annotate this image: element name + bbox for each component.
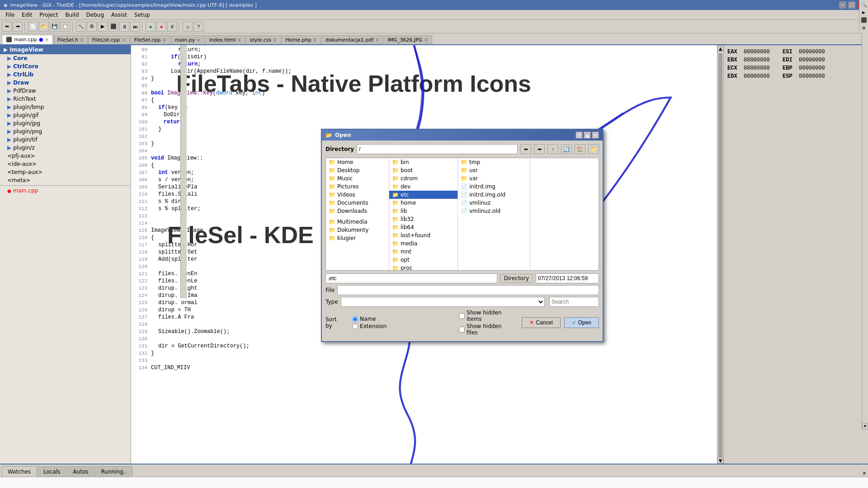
toolbar-btn-1[interactable]: ⬅: [2, 22, 12, 32]
fb-item-pictures[interactable]: 📁 Pictures: [326, 183, 389, 191]
dialog-maximize-btn[interactable]: ▲: [584, 131, 591, 139]
fb-item-tmp[interactable]: 📁 tmp: [458, 158, 530, 166]
maximize-button[interactable]: □: [848, 1, 855, 9]
tab-close[interactable]: ×: [424, 38, 428, 42]
sidebar-item-pdfdraw[interactable]: ▶ PdfDraw: [0, 87, 131, 95]
tab-close[interactable]: ×: [313, 38, 316, 42]
sidebar-item-ctrlcore[interactable]: ▶ CtrlCore: [0, 62, 131, 70]
sidebar-item-pfj-aux[interactable]: <pfj-aux>: [0, 152, 131, 160]
fb-item-music[interactable]: 📁 Music: [326, 174, 389, 183]
type-select[interactable]: [341, 297, 545, 307]
sidebar-item-meta[interactable]: <meta>: [0, 176, 131, 184]
tab-main-py[interactable]: main.py ×: [171, 35, 205, 44]
toolbar-btn-13[interactable]: #: [167, 22, 177, 32]
fb-item-opt[interactable]: 📁 opt: [389, 256, 458, 264]
show-hidden-items-checkbox[interactable]: [459, 313, 465, 319]
tab-main-cpp[interactable]: ⬛ main.cpp ● ×: [2, 35, 53, 44]
tab-index-html[interactable]: index.html ×: [205, 35, 245, 44]
tab-close[interactable]: ×: [237, 38, 241, 42]
dialog-minimize-btn[interactable]: ?: [576, 131, 583, 139]
dir-up-btn[interactable]: ↑: [547, 144, 558, 154]
close-bottom-btn[interactable]: ×: [863, 469, 866, 477]
open-button[interactable]: ✓ Open: [564, 317, 599, 328]
tab-running[interactable]: Running..: [95, 466, 132, 477]
menu-build[interactable]: Build: [61, 11, 82, 19]
toolbar-btn-12[interactable]: ●: [156, 22, 166, 32]
fb-item-proc[interactable]: 📁 proc: [389, 264, 458, 270]
show-hidden-files-option[interactable]: Show hidden files: [459, 323, 513, 336]
dir-back-btn[interactable]: ⬅: [520, 144, 531, 154]
right-panel-scrollbar[interactable]: ▲ ▼: [862, 45, 868, 429]
sidebar-item-ide-aux[interactable]: <ide-aux>: [0, 160, 131, 168]
fb-item-lib64[interactable]: 📁 lib64: [389, 223, 458, 231]
toolbar-btn-7[interactable]: ▶: [98, 22, 108, 32]
minimize-button[interactable]: −: [839, 1, 846, 9]
fb-item-desktop[interactable]: 📁 Desktop: [326, 166, 389, 174]
fb-item-cdrom[interactable]: 📁 cdrom: [389, 174, 458, 183]
toolbar-btn-15[interactable]: ?: [193, 22, 203, 32]
sidebar-item-plugin-png[interactable]: ▶ plugin/png: [0, 127, 131, 136]
tab-close[interactable]: ×: [162, 38, 166, 42]
fb-item-klugier[interactable]: 📁 klugier: [326, 234, 389, 242]
dir-refresh-btn[interactable]: 🔄: [561, 144, 572, 154]
tab-locals[interactable]: Locals: [38, 466, 66, 477]
sidebar-item-draw[interactable]: ▶ Draw: [0, 79, 131, 87]
tab-close[interactable]: ×: [197, 38, 200, 42]
sidebar-item-ctrllib[interactable]: ▶ CtrlLib: [0, 70, 131, 79]
menu-setup[interactable]: Setup: [131, 11, 154, 19]
fb-item-lost-found[interactable]: 📁 lost+found: [389, 231, 458, 239]
fb-item-initrd-old[interactable]: 📄 initrd.img.old: [458, 191, 530, 199]
fb-item-usr[interactable]: 📁 usr: [458, 166, 530, 174]
toolbar-btn-saveall[interactable]: 📋: [61, 22, 71, 32]
tab-img-jpg[interactable]: IMG_3626.JPG ×: [384, 35, 432, 44]
sidebar-item-plugin-z[interactable]: ▶ plugin/z: [0, 144, 131, 152]
toolbar-btn-2[interactable]: ➡: [13, 22, 23, 32]
fb-item-vmlinuz[interactable]: 📄 vmlinuz: [458, 199, 530, 207]
cancel-button[interactable]: ✕ Cancel: [522, 317, 560, 328]
sidebar-item-richtext[interactable]: ▶ RichText: [0, 95, 131, 103]
toolbar-btn-9[interactable]: ⏸: [119, 22, 129, 32]
toolbar-btn-save[interactable]: 💾: [50, 22, 60, 32]
sidebar-item-plugin-tif[interactable]: ▶ plugin/tif: [0, 136, 131, 144]
sidebar-item-temp-aux[interactable]: <temp-aux>: [0, 168, 131, 176]
toolbar-btn-new[interactable]: 📄: [28, 22, 38, 32]
tab-filesel-cpp[interactable]: FileSel.cpp ×: [130, 35, 170, 44]
fb-item-videos[interactable]: 📁 Videos: [326, 191, 389, 199]
fb-item-media[interactable]: 📁 media: [389, 239, 458, 248]
tab-filelist-cpp[interactable]: FileList.cpp ×: [88, 35, 130, 44]
toolbar-btn-10[interactable]: ⏭: [130, 22, 140, 32]
tab-close[interactable]: ×: [45, 37, 49, 42]
fb-item-vmlinuz-old[interactable]: 📄 vmlinuz.old: [458, 207, 530, 215]
menu-debug[interactable]: Debug: [83, 11, 108, 19]
fb-item-mnt[interactable]: 📁 mnt: [389, 248, 458, 256]
path-date-input[interactable]: [536, 273, 599, 283]
tab-autos[interactable]: Autos: [67, 466, 94, 477]
fb-item-boot[interactable]: 📁 boot: [389, 166, 458, 174]
toolbar-btn-8[interactable]: ⬛: [108, 22, 118, 32]
sort-ext-option[interactable]: Extension: [352, 323, 387, 329]
sidebar-item-core[interactable]: ▶ Core: [0, 54, 131, 62]
fb-item-downloads[interactable]: 📁 Downloads: [326, 207, 389, 215]
fb-item-home[interactable]: 📁 Home: [326, 158, 389, 166]
dir-home-btn[interactable]: 🏠: [575, 144, 585, 154]
fb-item-initrd[interactable]: 📄 initrd.img: [458, 183, 530, 191]
fb-item-lib32[interactable]: 📁 lib32: [389, 215, 458, 223]
fb-item-bin[interactable]: 📁 bin: [389, 158, 458, 166]
fb-item-dokumenty[interactable]: 📁 Dokumenty: [326, 226, 389, 234]
tab-close[interactable]: ×: [375, 38, 379, 42]
fb-item-multimedia[interactable]: 📁 Multimedia: [326, 218, 389, 226]
fb-item-documents[interactable]: 📁 Documents: [326, 199, 389, 207]
tab-docs-pdf[interactable]: dokumentacja1.pdf ×: [321, 35, 383, 44]
sidebar-item-plugin-bmp[interactable]: ▶ plugin/bmp: [0, 103, 131, 111]
tab-style-css[interactable]: style.css ×: [246, 35, 281, 44]
fb-item-home2[interactable]: 📁 home: [389, 199, 458, 207]
tab-home-php[interactable]: Home.php ×: [281, 35, 321, 44]
dir-input[interactable]: [357, 144, 518, 154]
dialog-close-btn[interactable]: ×: [592, 131, 599, 139]
fb-item-etc[interactable]: 📁 etc: [389, 191, 458, 199]
toolbar-btn-11[interactable]: ●: [146, 22, 156, 32]
sort-ext-radio[interactable]: [352, 324, 358, 329]
menu-assist[interactable]: Assist: [108, 11, 131, 19]
show-hidden-files-checkbox[interactable]: [459, 327, 465, 333]
tab-filesel-h[interactable]: FileSel.h ×: [53, 35, 88, 44]
